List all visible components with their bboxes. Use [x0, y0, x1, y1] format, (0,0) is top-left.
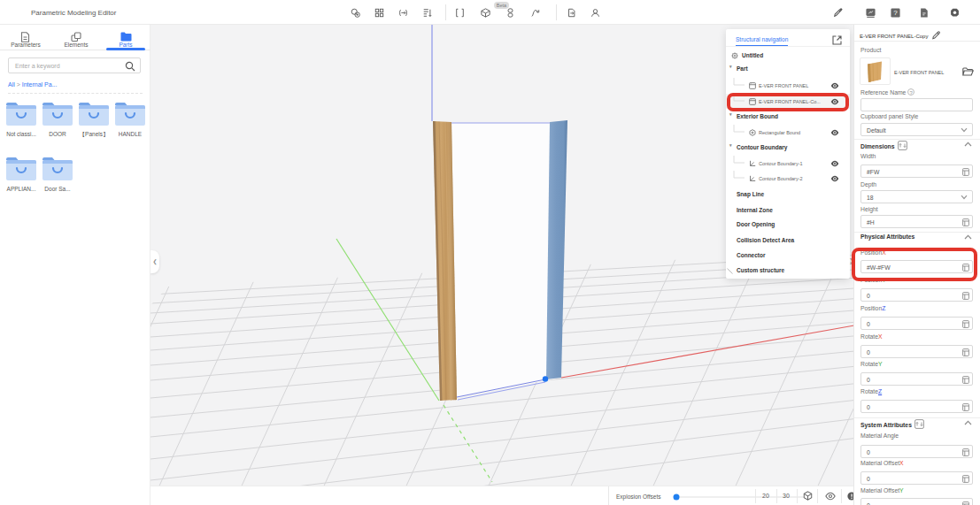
svg-text:?: ?: [893, 9, 898, 17]
